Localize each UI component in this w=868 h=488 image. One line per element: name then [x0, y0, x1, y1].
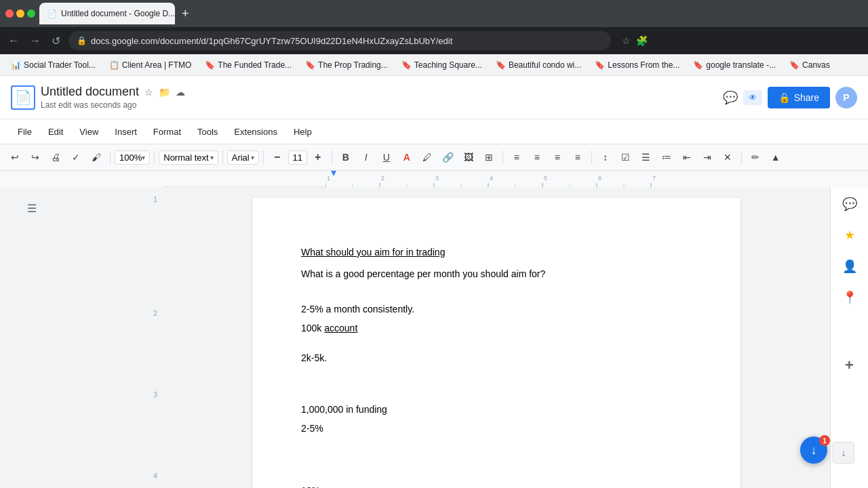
doc-line-7[interactable]: 10% — [301, 485, 692, 488]
bookmark-prop-trading[interactable]: 🔖 The Prop Trading... — [300, 58, 393, 73]
notification-badge: 1 — [819, 435, 830, 446]
align-center-button[interactable]: ≡ — [528, 148, 547, 167]
menu-insert[interactable]: Insert — [108, 124, 144, 140]
view-mode-selector[interactable]: 👁 — [743, 90, 762, 105]
document-page[interactable]: What should you aim for in trading What … — [252, 198, 741, 488]
extensions-icon[interactable]: 🧩 — [636, 35, 648, 46]
bookmark-client-area[interactable]: 📋 Client Area | FTMO — [104, 58, 197, 73]
bulleted-list-button[interactable]: ☰ — [637, 148, 656, 167]
print-button[interactable]: 🖨 — [46, 148, 65, 167]
doc-line-4[interactable]: 2k-5k. — [301, 352, 692, 363]
doc-line-6[interactable]: 2-5% — [301, 423, 692, 434]
right-panel-star-icon[interactable]: ★ — [840, 224, 859, 247]
ruler-left-margin — [0, 171, 163, 187]
notification-button-wrap: ↓ 1 — [800, 436, 827, 464]
edit-mode-button[interactable]: ✏ — [746, 148, 765, 167]
star-icon[interactable]: ☆ — [144, 87, 153, 98]
text-color-button[interactable]: A — [397, 148, 416, 167]
paint-format-button[interactable]: 🖌 — [87, 148, 106, 167]
svg-text:1: 1 — [327, 175, 330, 182]
right-panel-map-icon[interactable]: 📍 — [838, 286, 861, 309]
toolbar-separator-8 — [741, 150, 742, 164]
bookmark-icon: 🔖 — [496, 60, 506, 70]
back-button[interactable]: ← — [5, 32, 22, 49]
right-panel-comments-icon[interactable]: 💬 — [838, 192, 861, 216]
underline-button[interactable]: U — [377, 148, 396, 167]
bookmark-funded-trade[interactable]: 🔖 The Funded Trade... — [199, 58, 297, 73]
redo-button[interactable]: ↪ — [26, 148, 45, 167]
bookmark-translate[interactable]: 🔖 google translate -... — [688, 58, 781, 73]
scroll-to-bottom-button[interactable]: ↓ — [833, 442, 854, 464]
bookmark-star-icon[interactable]: ☆ — [622, 35, 631, 46]
menu-file[interactable]: File — [11, 124, 39, 140]
highlight-button[interactable]: 🖊 — [418, 148, 437, 167]
image-button[interactable]: 🖼 — [459, 148, 478, 167]
style-selector[interactable]: Normal text ▾ — [159, 150, 218, 165]
svg-text:5: 5 — [544, 175, 547, 182]
bookmark-icon: 🔖 — [693, 60, 703, 70]
minimize-window-button[interactable] — [16, 9, 24, 18]
doc-line-3[interactable]: 100k account — [301, 323, 692, 333]
reload-button[interactable]: ↺ — [49, 32, 63, 50]
comments-button[interactable]: 💬 — [723, 90, 738, 105]
undo-button[interactable]: ↩ — [5, 148, 24, 167]
checklist-button[interactable]: ☑ — [616, 148, 635, 167]
increase-indent-button[interactable]: ⇥ — [698, 148, 717, 167]
tab-bar: 📄 Untitled document - Google D... × + — [39, 3, 863, 24]
doc-line-2[interactable]: 2-5% a month consistently. — [301, 304, 692, 314]
toolbar: ↩ ↪ 🖨 ✓ 🖌 100% ▾ Normal text ▾ Arial ▾ −… — [0, 144, 868, 171]
link-button[interactable]: 🔗 — [438, 148, 458, 167]
svg-text:4: 4 — [490, 175, 493, 182]
numbered-list-button[interactable]: ≔ — [657, 148, 676, 167]
outline-icon[interactable]: ☰ — [27, 202, 37, 215]
font-size-input[interactable]: 11 — [288, 150, 307, 165]
bookmark-label: Client Area | FTMO — [122, 60, 191, 70]
forward-button[interactable]: → — [27, 32, 43, 49]
decrease-indent-button[interactable]: ⇤ — [677, 148, 696, 167]
document-heading[interactable]: What should you aim for in trading — [301, 247, 692, 258]
doc-line-1[interactable]: What is a good percentage per month you … — [301, 268, 692, 279]
bold-button[interactable]: B — [336, 148, 355, 167]
menu-tools[interactable]: Tools — [191, 124, 224, 140]
bookmark-canvas[interactable]: 🔖 Canvas — [784, 58, 835, 73]
menu-help[interactable]: Help — [287, 124, 319, 140]
bookmark-lessons[interactable]: 🔖 Lessons From the... — [589, 58, 685, 73]
cloud-saved-icon[interactable]: ☁ — [176, 87, 185, 98]
move-to-folder-icon[interactable]: 📁 — [159, 87, 170, 98]
align-left-button[interactable]: ≡ — [507, 148, 526, 167]
url-bar[interactable]: 🔒 docs.google.com/document/d/1pqGh67CgrU… — [68, 31, 611, 50]
clear-formatting-button[interactable]: ✕ — [718, 148, 737, 167]
doc-line-5[interactable]: 1,000,000 in funding — [301, 404, 692, 415]
svg-text:3: 3 — [435, 175, 439, 182]
user-avatar[interactable]: P — [835, 87, 857, 108]
spell-check-button[interactable]: ✓ — [66, 148, 85, 167]
expand-toolbar-button[interactable]: ▲ — [766, 148, 785, 167]
share-button[interactable]: 🔒 Share — [768, 87, 830, 108]
menu-extensions[interactable]: Extensions — [227, 124, 284, 140]
line-spacing-button[interactable]: ↕ — [596, 148, 615, 167]
align-right-button[interactable]: ≡ — [548, 148, 567, 167]
active-tab[interactable]: 📄 Untitled document - Google D... × — [39, 3, 175, 24]
close-window-button[interactable] — [5, 9, 14, 18]
font-selector[interactable]: Arial ▾ — [227, 150, 259, 165]
svg-text:7: 7 — [652, 175, 656, 182]
toolbar-separator-7 — [591, 150, 592, 164]
bookmark-label: The Funded Trade... — [218, 60, 292, 70]
bookmark-social-trader[interactable]: 📊 Social Trader Tool... — [5, 58, 101, 73]
menu-edit[interactable]: Edit — [41, 124, 70, 140]
decrease-font-button[interactable]: − — [268, 148, 287, 167]
menu-view[interactable]: View — [73, 124, 105, 140]
increase-font-button[interactable]: + — [309, 148, 328, 167]
document-title[interactable]: Untitled document — [41, 85, 139, 99]
right-panel-add-icon[interactable]: + — [841, 352, 858, 378]
zoom-selector[interactable]: 100% ▾ — [115, 150, 150, 165]
new-tab-button[interactable]: + — [176, 4, 195, 24]
table-button[interactable]: ⊞ — [479, 148, 498, 167]
justify-button[interactable]: ≡ — [568, 148, 587, 167]
bookmark-teaching-square[interactable]: 🔖 Teaching Square... — [396, 58, 488, 73]
maximize-window-button[interactable] — [27, 9, 35, 18]
right-panel-profile-icon[interactable]: 👤 — [838, 255, 861, 278]
menu-format[interactable]: Format — [146, 124, 188, 140]
bookmark-condo[interactable]: 🔖 Beautiful condo wi... — [490, 58, 587, 73]
italic-button[interactable]: I — [357, 148, 376, 167]
